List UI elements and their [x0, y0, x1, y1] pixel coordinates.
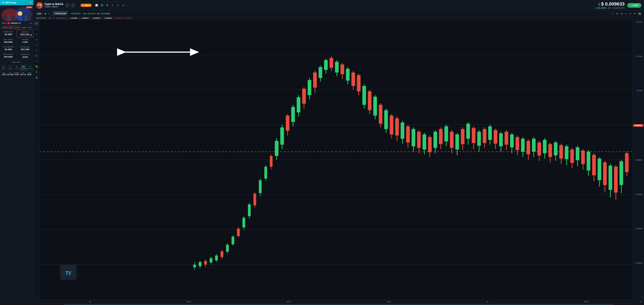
svg-rect-132 [461, 129, 464, 144]
svg-rect-112 [406, 126, 410, 143]
pair-address: 0X63A...98F6 [27, 27, 34, 28]
volume-value: $23.33M [21, 48, 29, 51]
svg-rect-72 [297, 97, 300, 112]
stat-min: Min $0.0↑19 [20, 72, 26, 76]
ruler-tool[interactable]: 📏 [34, 64, 39, 69]
more-icon[interactable]: ⋯ [126, 3, 131, 8]
min-value: $0.0↑19 [20, 74, 26, 76]
svg-rect-106 [390, 116, 394, 134]
svg-rect-80 [319, 67, 322, 78]
swap-icon: ⇄ [2, 1, 4, 4]
price-tick-1: 0.01200 [633, 56, 643, 57]
layout-icon[interactable]: ⊟ [620, 12, 623, 16]
svg-rect-150 [510, 134, 514, 147]
camera-icon[interactable]: 📷 [638, 12, 642, 16]
fight-address-item: FIGHT: 0X880...1AB6 ⧉ [2, 26, 21, 29]
candlestick-icon[interactable]: ⚡ [44, 13, 46, 15]
time-axis-settings[interactable]: ⚙ [638, 301, 644, 303]
settings-icon[interactable]: ⚙ [633, 12, 636, 16]
redo-icon[interactable]: ↪ [629, 12, 632, 16]
holders-cell: HOLDERS 4.20K [17, 38, 33, 45]
svg-rect-136 [472, 128, 476, 143]
drawing-tools: ✛ ✏ ≡ ✒ T ⊹ ⊞ ☺ 📏 ⊕ ⚓ [34, 20, 40, 300]
svg-rect-60 [264, 167, 267, 179]
telegram-icon[interactable]: ✈ [110, 3, 115, 8]
makers-value: 4798 [15, 74, 18, 76]
svg-rect-78 [313, 73, 317, 88]
volatility-cell: VOLATILITY ℹ 43.90 [17, 52, 33, 60]
svg-rect-48 [232, 237, 234, 244]
pair-label: PAIR: [22, 27, 26, 28]
audit-button[interactable]: ✓ AUDIT [627, 3, 641, 8]
anchor-tool[interactable]: ⚓ [34, 75, 39, 80]
candlestick-area[interactable]: TV [40, 20, 632, 300]
hline-tool[interactable]: ≡ [34, 32, 39, 37]
chart-controls: 15m ⚡ ∿ | PRICE/MCAP FIGHT/ETH Max: $0.0… [34, 11, 644, 17]
measure-tool[interactable]: ⊹ [34, 48, 39, 53]
indicator-icon[interactable]: ∿ [48, 13, 50, 15]
tab-6h-pct: -6.68% [14, 68, 19, 70]
tab-7d[interactable]: 7d 233,332% [27, 65, 33, 71]
dextswap-button[interactable]: ⇄ DEXTswap ▾ [0, 0, 33, 5]
svg-rect-98 [368, 91, 372, 110]
price-tick-5: 0.004000 [633, 228, 643, 230]
tab-5m[interactable]: 5m -4.98% [0, 65, 7, 71]
pencil-tool[interactable]: ✏ [34, 27, 39, 31]
fullscreen-icon[interactable]: ⤢ [612, 12, 614, 16]
undo-icon[interactable]: ↩ [624, 12, 628, 16]
volume-label: 24H VOLUME [20, 46, 30, 48]
price-mcap-button[interactable]: PRICE/MCAP [53, 12, 68, 16]
tab-24h[interactable]: 24h 235,430% [20, 65, 27, 71]
svg-rect-14 [28, 17, 31, 21]
share-icon[interactable]: ↗ [71, 3, 76, 8]
scrollbar-thumb[interactable] [64, 304, 614, 305]
combo-tool[interactable]: ⊞ [34, 53, 39, 58]
svg-rect-66 [280, 127, 284, 145]
crosshair-tool[interactable]: ✛ [34, 21, 39, 26]
ohlc-low-value: 0.009547 [93, 17, 100, 19]
chart-icon[interactable]: 📊 [94, 3, 99, 8]
tab-6h[interactable]: 6h -6.68% [14, 65, 20, 71]
svg-rect-146 [499, 133, 503, 146]
max-label: Max [28, 72, 31, 74]
twitter-icon[interactable]: ✕ [105, 3, 110, 8]
total-mktcap-label: TOTAL MKTCAP [3, 46, 14, 48]
dextools-icon[interactable]: D [121, 3, 126, 8]
price-eth: 0.02876 ETH [613, 7, 625, 9]
binoculars-icon[interactable]: ⧉ [30, 22, 32, 24]
min-label: Min: $0.0s4090 [97, 13, 110, 15]
star-icon[interactable]: ☆ [65, 3, 70, 8]
more-info-row[interactable]: More info ▾ [0, 60, 33, 65]
tab-1h[interactable]: 1h 22.34% [7, 65, 14, 71]
svg-rect-152 [516, 137, 519, 150]
svg-rect-58 [259, 180, 262, 193]
info-icon[interactable]: ℹ [29, 54, 30, 55]
time-axis: 14 06:00 12:00 18:00 15 04:00 ⚙ [34, 300, 644, 304]
volume-cell: 24H VOLUME $23.33M [17, 45, 33, 52]
svg-rect-178 [587, 152, 590, 170]
price-tick-2: 0.01000 [633, 90, 643, 92]
email-icon[interactable]: ✉ [116, 3, 120, 8]
stat-txs: Txs 17510 [1, 72, 7, 76]
scrollbar-area[interactable] [34, 304, 644, 305]
copy-fight-icon[interactable]: ⧉ [18, 27, 19, 28]
fight-eth-button[interactable]: FIGHT/ETH [70, 12, 82, 15]
svg-point-13 [28, 14, 31, 17]
pen-tool[interactable]: ✒ [34, 37, 39, 42]
svg-rect-142 [488, 126, 492, 140]
smiley-tool[interactable]: ☺ [34, 59, 39, 64]
text-tool[interactable]: T [34, 43, 39, 47]
timeframe-button[interactable]: 15m [36, 12, 42, 15]
circ-supply-cell: CIRC. SUPPLY 984.90M [0, 38, 16, 45]
compare-icon[interactable]: ⊞ [616, 12, 619, 16]
tv-watermark-group: TV [60, 265, 76, 280]
svg-rect-54 [248, 204, 250, 216]
svg-rect-86 [335, 62, 339, 73]
globe-icon[interactable]: 🌐 [100, 3, 104, 8]
svg-rect-190 [620, 161, 623, 185]
hot-badge[interactable]: 🔥 Hot 1 [80, 4, 92, 7]
fight-address-box[interactable]: FIGHT: 0X880...1AB6 ⧉ [2, 26, 21, 29]
svg-rect-84 [330, 58, 333, 68]
zoom-tool[interactable]: ⊕ [34, 70, 39, 74]
time-labels: 14 06:00 12:00 18:00 15 04:00 [40, 301, 638, 303]
